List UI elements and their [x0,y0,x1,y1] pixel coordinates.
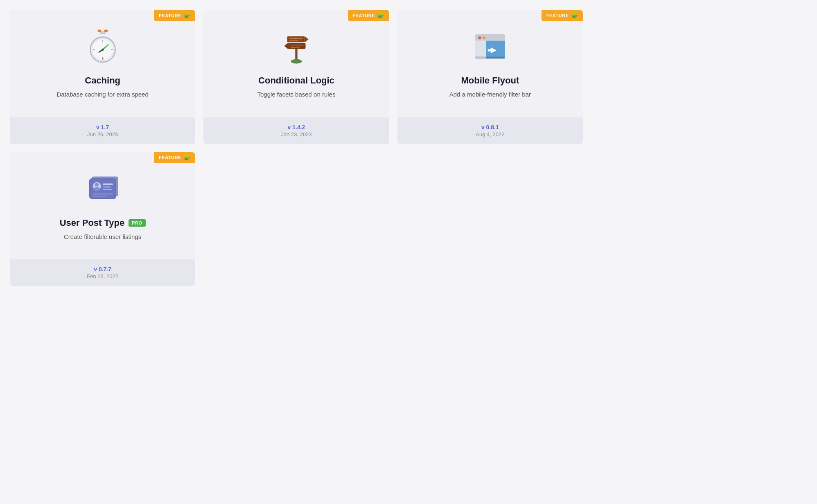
card-version-userpost: v 0.7.7 [16,266,189,272]
puzzle-icon-conditional: 🧩 [377,12,384,18]
svg-rect-29 [475,41,486,59]
feature-badge-label-3: FEATURE [546,13,569,18]
card-mobile-flyout[interactable]: FEATURE 🧩 [397,10,583,144]
card-version-caching: v 1.7 [16,124,189,130]
card-conditional-logic[interactable]: FEATURE 🧩 [203,10,389,144]
card-footer-caching: v 1.7 Jun 26, 2023 [10,117,195,144]
card-title-conditional: Conditional Logic [258,75,334,86]
svg-marker-18 [284,43,288,49]
conditional-logic-icon [276,26,317,67]
card-version-flyout: v 0.8.1 [404,124,576,130]
svg-rect-45 [103,183,113,185]
svg-rect-41 [89,178,116,198]
feature-badge-label-4: FEATURE [159,155,181,160]
puzzle-icon-caching: 🧩 [184,12,191,18]
card-date-conditional: Jan 23, 2023 [210,131,382,137]
card-footer-conditional: v 1.4.2 Jan 23, 2023 [203,117,389,144]
empty-cell-2 [397,152,583,286]
puzzle-icon-userpost: 🧩 [184,155,191,161]
svg-rect-49 [92,196,107,197]
puzzle-icon-flyout: 🧩 [571,12,578,18]
caching-icon [82,26,123,67]
svg-rect-32 [488,49,493,51]
card-date-flyout: Aug 4, 2022 [404,131,576,137]
svg-point-43 [95,182,99,186]
card-user-post-type[interactable]: FEATURE 🧩 [10,152,195,286]
feature-badge-label-2: FEATURE [353,13,375,18]
svg-rect-2 [104,30,108,32]
card-body-flyout: Mobile Flyout Add a mobile-friendly filt… [397,10,583,117]
svg-point-14 [291,59,302,64]
svg-rect-37 [486,57,505,59]
svg-rect-48 [92,193,113,194]
card-description-caching: Database caching for extra speed [57,90,149,99]
card-date-caching: Jun 26, 2023 [16,131,189,137]
feature-badge-label: FEATURE [159,13,181,18]
card-footer-userpost: v 0.7.7 Feb 23, 2022 [10,259,195,286]
card-body-conditional: Conditional Logic Toggle facets based on… [203,10,389,117]
card-body-caching: Caching Database caching for extra speed [10,10,195,117]
feature-badge-caching: FEATURE 🧩 [154,10,195,21]
svg-rect-47 [103,189,112,190]
feature-badge-userpost: FEATURE 🧩 [154,152,195,163]
card-description-userpost: Create filterable user listings [64,232,141,242]
feature-badge-conditional: FEATURE 🧩 [348,10,389,21]
card-title-userpost: User Post Type PRO [60,218,146,228]
card-description-conditional: Toggle facets based on rules [257,90,336,99]
svg-rect-46 [103,186,111,187]
card-version-conditional: v 1.4.2 [210,124,382,130]
user-post-type-icon [82,169,123,209]
pro-badge: PRO [129,219,145,227]
card-grid-row1: FEATURE 🧩 [10,10,583,144]
card-date-userpost: Feb 23, 2022 [16,273,189,279]
card-footer-flyout: v 0.8.1 Aug 4, 2022 [397,117,583,144]
empty-cell-1 [203,152,389,286]
svg-point-44 [94,187,99,191]
svg-marker-16 [305,36,309,42]
feature-badge-flyout: FEATURE 🧩 [542,10,583,21]
svg-rect-1 [97,30,101,32]
card-grid-row2: FEATURE 🧩 [10,152,583,286]
card-title-caching: Caching [85,75,120,86]
card-description-flyout: Add a mobile-friendly filter bar [449,90,531,99]
card-caching[interactable]: FEATURE 🧩 [10,10,195,144]
svg-point-26 [478,36,481,39]
mobile-flyout-icon [469,26,510,67]
svg-point-27 [483,36,485,39]
svg-rect-15 [287,36,305,42]
card-title-flyout: Mobile Flyout [461,75,519,86]
svg-point-11 [102,49,104,51]
svg-rect-17 [288,43,305,49]
card-body-userpost: User Post Type PRO Create filterable use… [10,152,195,260]
